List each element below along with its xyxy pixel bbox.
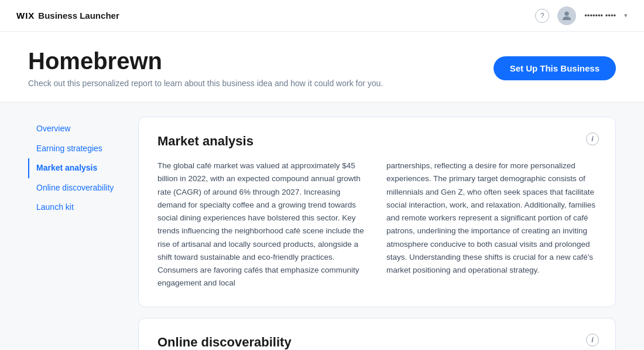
market-analysis-col1: The global café market was valued at app… [157, 159, 368, 290]
market-analysis-col2: partnerships, reflecting a desire for mo… [386, 159, 597, 290]
page-header: Homebrewn Check out this personalized re… [0, 32, 644, 103]
sidebar-item-earning-strategies[interactable]: Earning strategies [28, 139, 122, 159]
market-analysis-title: Market analysis [157, 134, 597, 149]
app-name: Business Launcher [38, 11, 119, 21]
help-button[interactable]: ? [535, 9, 549, 23]
page-title: Homebrewn [28, 48, 383, 74]
sidebar-item-overview[interactable]: Overview [28, 119, 122, 139]
title-block: Homebrewn Check out this personalized re… [28, 48, 383, 88]
main-layout: Overview Earning strategies Market analy… [0, 103, 644, 350]
market-analysis-text-grid: The global café market was valued at app… [157, 159, 597, 290]
sidebar-item-online-discoverability[interactable]: Online discoverability [28, 178, 122, 198]
wix-wordmark: WIX [16, 11, 35, 21]
online-discoverability-card: Online discoverability i Topics to focus… [138, 318, 616, 350]
setup-business-button[interactable]: Set Up This Business [494, 56, 616, 80]
online-discoverability-title: Online discoverability [157, 335, 597, 350]
market-analysis-info-icon[interactable]: i [586, 132, 599, 145]
sidebar-item-market-analysis[interactable]: Market analysis [28, 158, 122, 178]
sidebar-item-launch-kit[interactable]: Launch kit [28, 198, 122, 218]
svg-point-0 [565, 11, 569, 15]
username-label: ••••••• •••• [584, 11, 616, 20]
navbar: WIX Business Launcher ? ••••••• •••• ▾ [0, 0, 644, 32]
sidebar: Overview Earning strategies Market analy… [28, 117, 122, 350]
account-chevron-icon[interactable]: ▾ [624, 12, 628, 19]
navbar-logo: WIX Business Launcher [16, 11, 119, 21]
online-discoverability-info-icon[interactable]: i [586, 334, 599, 346]
navbar-right: ? ••••••• •••• ▾ [535, 6, 628, 25]
page-subtitle: Check out this personalized report to le… [28, 79, 383, 88]
avatar[interactable] [557, 6, 576, 25]
content-area: Market analysis i The global café market… [138, 117, 616, 350]
market-analysis-card: Market analysis i The global café market… [138, 117, 616, 307]
